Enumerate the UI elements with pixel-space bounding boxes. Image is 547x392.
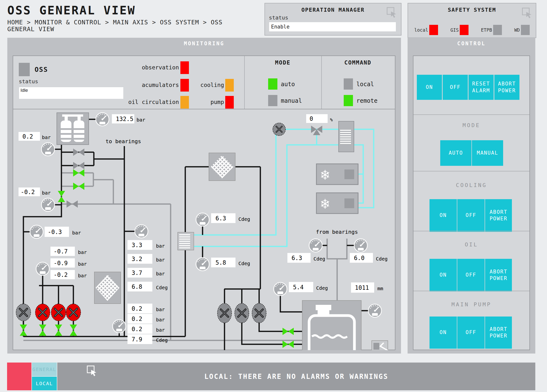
isolation-valves-gray[interactable] (67, 149, 84, 208)
plate-heat-exchanger-icon (339, 121, 354, 152)
navigate-icon[interactable] (386, 7, 398, 19)
main-control-buttons: ON OFF RESET ALARM ABORT POWER (417, 75, 519, 100)
svg-text:Cdeg: Cdeg (238, 261, 250, 266)
svg-text:bar: bar (78, 273, 87, 279)
cooling-lamp (225, 79, 234, 92)
pump-outlet-pressure-3: 0.2 (132, 326, 142, 333)
tab-general[interactable]: GENERAL (32, 363, 57, 376)
main-pumps (217, 303, 266, 323)
oil-off-button[interactable]: OFF (457, 259, 485, 291)
safety-indicator-label: WD (514, 27, 520, 33)
safety-indicator-wd: WD (514, 25, 530, 35)
safety-indicator-lamp (493, 25, 502, 35)
svg-text:Cdeg: Cdeg (156, 337, 168, 343)
divider (413, 171, 529, 171)
tank-heater-icon (372, 341, 388, 350)
cooling-buttons: ON OFF ABORT POWER (430, 199, 512, 232)
cooling-off-button[interactable]: OFF (457, 199, 485, 232)
pump-lamp (225, 96, 234, 109)
operation-manager-title: OPERATION MANAGER (265, 3, 401, 13)
mode-buttons: AUTO MANUAL (440, 140, 503, 166)
svg-text:bar: bar (78, 249, 87, 255)
cooler-out-temperature: 6.3 (215, 215, 226, 222)
command-title: COMMAND (321, 59, 394, 66)
divider (413, 291, 529, 291)
svg-text:bar: bar (78, 261, 87, 267)
tank-temperature: 5.4 (293, 284, 303, 291)
svg-text:bar: bar (156, 327, 165, 333)
oss-status-label: status (19, 78, 38, 84)
svg-text:❄: ❄ (321, 195, 330, 212)
svg-text:mm: mm (377, 286, 383, 291)
radiator-icon (178, 232, 194, 250)
suction-pressure-1: -0.7 (54, 248, 68, 255)
main-pump-off-button[interactable]: OFF (457, 317, 485, 349)
oss-general-view-screen: OSS GENERAL VIEW HOME > MONITOR & CONTRO… (0, 0, 547, 392)
control-title: CONTROL (408, 38, 535, 47)
bearing-supply-temperature: 6.8 (132, 283, 142, 290)
mode-manual-label: manual (281, 97, 302, 104)
divider (413, 114, 529, 115)
auto-button[interactable]: AUTO (440, 140, 471, 166)
oss-status-field[interactable]: Idle (19, 87, 124, 99)
acumulators-label: acumulators (116, 82, 179, 88)
main-pump-on-button[interactable]: ON (430, 317, 457, 349)
safety-indicator-local: local (414, 25, 438, 35)
svg-text:bar: bar (156, 257, 165, 263)
navigate-icon[interactable] (522, 7, 533, 19)
command-local-label: local (356, 81, 374, 88)
pump-label: pump (183, 99, 224, 105)
mode-auto-lamp (268, 78, 277, 90)
page-title: OSS GENERAL VIEW (7, 3, 136, 17)
cooling-on-button[interactable]: ON (430, 199, 457, 232)
manual-button[interactable]: MANUAL (472, 140, 503, 166)
monitoring-title: MONITORING (7, 38, 401, 47)
from-bearings-temp-1: 6.3 (292, 255, 302, 261)
breadcrumb: HOME > MONITOR & CONTROL > MAIN AXIS > O… (7, 19, 227, 32)
safety-indicator-lamp (521, 25, 530, 35)
cooling-pump-icon (273, 123, 285, 136)
safety-system-panel: SAFETY SYSTEM local GIS ETPB WD (408, 3, 536, 38)
main-pump-abort-power-button[interactable]: ABORT POWER (485, 317, 512, 349)
safety-indicator-label: GIS (450, 27, 459, 33)
svg-text:bar: bar (156, 271, 165, 277)
svg-text:bar: bar (137, 117, 145, 123)
safety-indicator-label: ETPB (481, 27, 492, 33)
suction-pressure-2: -0.9 (54, 260, 68, 267)
cooling-valve-opening: 0 (310, 115, 313, 122)
to-bearings-label: to bearings (106, 138, 141, 144)
op-status-field[interactable]: Enable (269, 22, 396, 32)
mode-auto-label: auto (281, 81, 295, 88)
svg-text:Cdeg: Cdeg (376, 256, 388, 262)
tank-level: 1011 (355, 284, 369, 291)
oil-on-button[interactable]: ON (430, 259, 457, 291)
oss-state-lamp (19, 63, 30, 76)
reset-alarm-button[interactable]: RESET ALARM (469, 75, 494, 100)
chiller-2-icon: ❄ (316, 193, 358, 214)
command-remote-lamp (344, 95, 353, 106)
left-pressure-value: -0.3 (48, 229, 62, 235)
off-button[interactable]: OFF (443, 75, 468, 100)
svg-text:bar: bar (156, 317, 165, 323)
booster-pumps-alarm (35, 304, 81, 321)
oss-process-schematic: ❄ ❄ (13, 108, 395, 350)
oss-label: OSS (35, 66, 48, 73)
tab-local[interactable]: LOCAL (32, 377, 57, 390)
three-way-valve[interactable] (311, 126, 322, 135)
mode-section-title: MODE (413, 122, 529, 128)
control-inner: ON OFF RESET ALARM ABORT POWER MODE AUTO… (413, 56, 530, 350)
oil-abort-power-button[interactable]: ABORT POWER (485, 259, 512, 291)
cooling-section-title: COOLING (413, 182, 529, 188)
on-button[interactable]: ON (417, 75, 442, 100)
chiller-1-icon: ❄ (316, 164, 358, 185)
filter-icon (94, 272, 121, 304)
cooling-abort-power-button[interactable]: ABORT POWER (485, 199, 512, 232)
abort-power-button[interactable]: ABORT POWER (494, 75, 519, 100)
mode-title: MODE (244, 59, 321, 66)
navigate-icon[interactable] (87, 365, 98, 377)
bearing-supply-pressure-1: 3.3 (132, 242, 142, 249)
divider (413, 231, 529, 231)
svg-text:bar: bar (156, 307, 165, 312)
cooler-return-temperature: 5.8 (215, 259, 226, 266)
safety-indicator-label: local (414, 27, 428, 33)
